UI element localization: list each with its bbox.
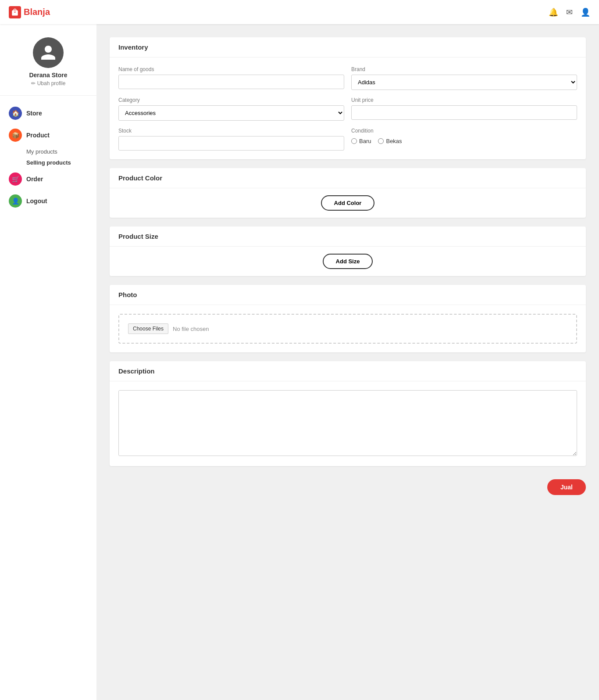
- name-input[interactable]: [118, 75, 344, 89]
- add-color-button[interactable]: Add Color: [321, 195, 375, 211]
- sidebar-profile: Derana Store ✏ Ubah profile: [0, 33, 96, 96]
- product-icon: 📦: [9, 129, 22, 142]
- sidebar-product-label: Product: [26, 132, 50, 139]
- message-icon[interactable]: ✉: [566, 7, 573, 17]
- stock-label: Stock: [118, 128, 344, 134]
- sidebar-item-my-products[interactable]: My products: [26, 146, 88, 157]
- stock-group: Stock: [118, 128, 344, 151]
- order-icon: 🛒: [9, 172, 22, 186]
- sidebar: Derana Store ✏ Ubah profile 🏠 Store 📦 Pr…: [0, 24, 96, 700]
- logout-icon: 👤: [9, 194, 22, 208]
- sidebar-item-store[interactable]: 🏠 Store: [0, 102, 96, 124]
- store-name: Derana Store: [29, 72, 67, 79]
- name-group: Name of goods: [118, 66, 344, 90]
- stock-input[interactable]: [118, 136, 344, 151]
- inventory-title: Inventory: [110, 37, 586, 57]
- description-body: [110, 381, 586, 466]
- inventory-card: Inventory Name of goods Brand Adidas Nik…: [110, 37, 586, 159]
- category-group: Category Accessories Clothing Footwear S…: [118, 97, 344, 121]
- description-title: Description: [110, 361, 586, 381]
- sidebar-item-order[interactable]: 🛒 Order: [0, 168, 96, 190]
- condition-options: Baru Bekas: [351, 138, 577, 144]
- logo[interactable]: Blanja: [9, 6, 50, 18]
- category-select[interactable]: Accessories Clothing Footwear Sports: [118, 105, 344, 121]
- edit-profile-link[interactable]: ✏ Ubah profile: [31, 80, 66, 86]
- sidebar-order-label: Order: [26, 176, 43, 183]
- logo-icon: [9, 6, 21, 18]
- pencil-icon: ✏: [31, 80, 36, 86]
- file-name-display: No file chosen: [173, 326, 209, 332]
- condition-group: Condition Baru Bekas: [351, 128, 577, 151]
- name-label: Name of goods: [118, 66, 344, 72]
- sidebar-item-product[interactable]: 📦 Product: [0, 124, 96, 146]
- unit-price-group: Unit price: [351, 97, 577, 121]
- avatar: [33, 37, 64, 68]
- file-upload-area: Choose Files No file chosen: [118, 314, 577, 344]
- unit-price-label: Unit price: [351, 97, 577, 103]
- condition-baru-label: Baru: [359, 138, 371, 144]
- sidebar-logout-label: Logout: [26, 197, 47, 205]
- condition-baru-radio[interactable]: [351, 138, 357, 144]
- choose-files-button[interactable]: Choose Files: [128, 323, 168, 334]
- product-color-card: Product Color Add Color: [110, 168, 586, 218]
- brand-group: Brand Adidas Nike Puma Reebok: [351, 66, 577, 90]
- store-icon: 🏠: [9, 107, 22, 120]
- main-content: Inventory Name of goods Brand Adidas Nik…: [96, 24, 599, 700]
- submit-area: Jual: [110, 475, 586, 504]
- condition-baru[interactable]: Baru: [351, 138, 371, 144]
- sidebar-item-logout[interactable]: 👤 Logout: [0, 190, 96, 212]
- submit-button[interactable]: Jual: [547, 479, 586, 495]
- brand-select[interactable]: Adidas Nike Puma Reebok: [351, 75, 577, 90]
- product-size-card: Product Size Add Size: [110, 226, 586, 276]
- header-actions: 🔔 ✉ 👤: [549, 7, 590, 17]
- add-size-button[interactable]: Add Size: [323, 254, 373, 269]
- sidebar-item-selling-products[interactable]: Selling products: [26, 157, 88, 168]
- inventory-body: Name of goods Brand Adidas Nike Puma Ree…: [110, 57, 586, 159]
- sidebar-nav: 🏠 Store 📦 Product My products Selling pr…: [0, 96, 96, 219]
- condition-label: Condition: [351, 128, 577, 134]
- product-color-title: Product Color: [110, 168, 586, 188]
- photo-title: Photo: [110, 285, 586, 305]
- product-size-title: Product Size: [110, 226, 586, 247]
- description-card: Description: [110, 361, 586, 466]
- notification-icon[interactable]: 🔔: [549, 7, 558, 17]
- unit-price-input[interactable]: [351, 105, 577, 120]
- product-submenu: My products Selling products: [0, 146, 96, 168]
- add-size-area: Add Size: [110, 247, 586, 276]
- logo-text: Blanja: [24, 7, 50, 17]
- inventory-form: Name of goods Brand Adidas Nike Puma Ree…: [118, 66, 577, 151]
- photo-card: Photo Choose Files No file chosen: [110, 285, 586, 352]
- add-color-area: Add Color: [110, 188, 586, 218]
- layout: Derana Store ✏ Ubah profile 🏠 Store 📦 Pr…: [0, 24, 599, 700]
- condition-bekas-label: Bekas: [386, 138, 402, 144]
- brand-label: Brand: [351, 66, 577, 72]
- user-icon[interactable]: 👤: [581, 7, 590, 17]
- condition-bekas[interactable]: Bekas: [378, 138, 402, 144]
- category-label: Category: [118, 97, 344, 103]
- description-textarea[interactable]: [118, 390, 577, 456]
- photo-body: Choose Files No file chosen: [110, 305, 586, 352]
- condition-bekas-radio[interactable]: [378, 138, 384, 144]
- header: Blanja 🔔 ✉ 👤: [0, 0, 599, 24]
- sidebar-store-label: Store: [26, 110, 42, 117]
